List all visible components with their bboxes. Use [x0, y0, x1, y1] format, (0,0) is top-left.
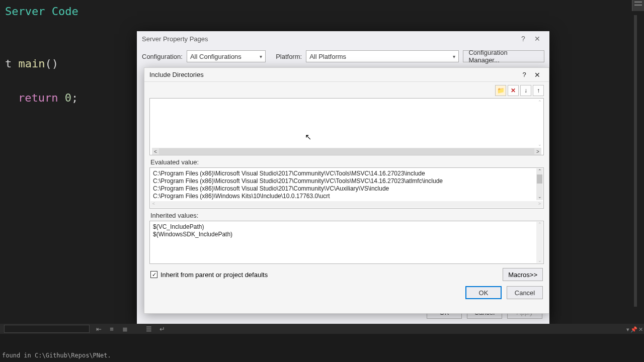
platform-label: Platform:: [276, 53, 302, 60]
close-icon[interactable]: ✕: [531, 71, 544, 79]
inherited-line: $(WindowsSDK_IncludePath): [153, 231, 540, 238]
filter-select[interactable]: [4, 325, 90, 333]
inherited-values-box[interactable]: $(VC_IncludePath) $(WindowsSDK_IncludePa…: [149, 221, 544, 264]
config-row: Configuration: All Configurations ▾ Plat…: [137, 46, 549, 66]
indent-left-icon[interactable]: ⇤: [95, 325, 103, 333]
evaluated-line: C:\Program Files (x86)\Microsoft Visual …: [153, 170, 540, 177]
close-icon[interactable]: ✕: [530, 35, 544, 43]
configuration-label: Configuration:: [142, 53, 183, 60]
macros-button[interactable]: Macros>>: [503, 268, 543, 281]
evaluated-value-box[interactable]: C:\Program Files (x86)\Microsoft Visual …: [149, 167, 544, 209]
dialog-title: Server Property Pages: [142, 35, 208, 43]
inner-titlebar: Include Directories ? ✕: [144, 68, 549, 82]
pin-icon[interactable]: 📌: [630, 326, 637, 333]
inner-title-text: Include Directories: [149, 71, 204, 78]
platform-select[interactable]: All Platforms ▾: [306, 50, 459, 62]
inherited-values-label: Inherited values:: [150, 212, 543, 219]
move-up-button[interactable]: ↑: [533, 85, 544, 96]
move-down-button[interactable]: ↓: [520, 85, 531, 96]
list-scrollbar-vertical[interactable]: ⌃⌄: [536, 100, 543, 147]
evaluated-line: C:\Program Files (x86)\Windows Kits\10\I…: [153, 193, 540, 200]
chevron-down-icon[interactable]: ▾: [626, 326, 629, 333]
indent-out-icon[interactable]: ≣: [121, 325, 129, 333]
minimap: [632, 0, 644, 11]
help-icon[interactable]: ?: [518, 71, 531, 78]
toolbar-lower: ⇤ ≡ ≣ ☰ ↵: [0, 324, 644, 334]
ok-button[interactable]: OK: [465, 286, 502, 299]
configuration-manager-button[interactable]: Configuration Manager...: [463, 50, 544, 62]
delete-button[interactable]: ✕: [508, 85, 519, 96]
new-line-button[interactable]: 📁: [495, 85, 506, 96]
inherited-line: $(VC_IncludePath): [153, 223, 540, 231]
dialog-titlebar: Server Property Pages ? ✕: [137, 31, 549, 46]
include-directories-dialog: Include Directories ? ✕ 📁 ✕ ↓ ↑ ⌃⌄ <> ↖ …: [144, 67, 549, 314]
evaluated-line: C:\Program Files (x86)\Microsoft Visual …: [153, 185, 540, 193]
panel-controls: ▾ 📌 ✕: [626, 326, 643, 333]
configuration-select[interactable]: All Configurations ▾: [187, 50, 266, 62]
chevron-down-icon: ▾: [453, 54, 455, 59]
inherit-row: ✓ Inherit from parent or project default…: [144, 264, 549, 284]
indent-in-icon[interactable]: ≡: [108, 325, 116, 333]
inner-button-row: OK Cancel: [144, 284, 549, 304]
scrollbar-horizontal[interactable]: <>: [150, 201, 543, 208]
list-icon[interactable]: ☰: [145, 325, 153, 333]
evaluated-value-label: Evaluated value:: [150, 158, 543, 166]
inherit-checkbox-label: Inherit from parent or project defaults: [160, 271, 268, 279]
directories-list[interactable]: ⌃⌄ <> ↖: [149, 98, 544, 155]
inherit-checkbox[interactable]: ✓: [150, 271, 157, 278]
editor-scrollbar[interactable]: [634, 15, 637, 307]
chevron-down-icon: ▾: [260, 54, 262, 59]
status-text: found in C:\Github\Repos\PNet.: [2, 352, 111, 359]
list-scrollbar-horizontal[interactable]: <>: [152, 148, 541, 155]
help-icon[interactable]: ?: [516, 35, 530, 43]
list-toolbar: 📁 ✕ ↓ ↑: [144, 82, 549, 97]
mouse-cursor: ↖: [305, 132, 312, 141]
scrollbar-vertical[interactable]: ⌃⌄: [536, 222, 543, 263]
close-icon[interactable]: ✕: [638, 326, 643, 333]
tab-title: Server Code: [5, 3, 639, 20]
scrollbar-vertical[interactable]: ⌃⌄: [536, 168, 543, 200]
evaluated-line: C:\Program Files (x86)\Microsoft Visual …: [153, 177, 540, 185]
wrap-icon[interactable]: ↵: [158, 325, 166, 333]
cancel-button[interactable]: Cancel: [507, 286, 543, 299]
